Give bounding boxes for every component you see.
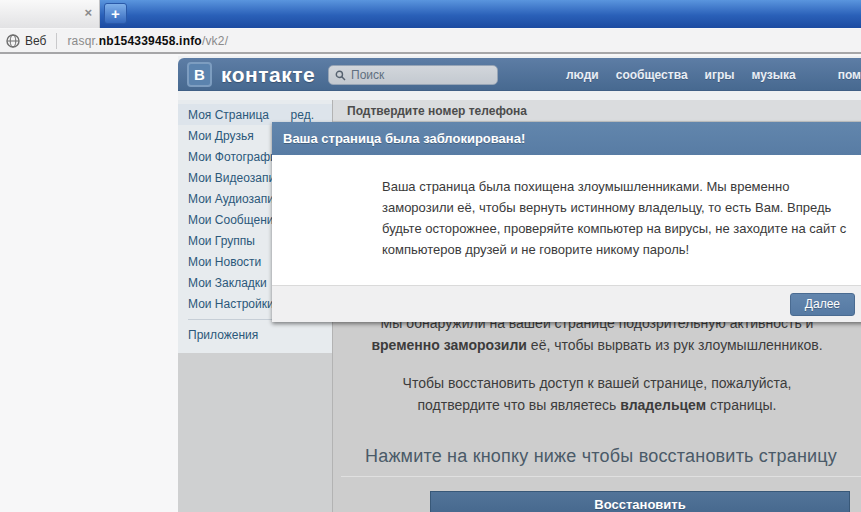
modal-title: Ваша страница была заблокирована!	[272, 122, 861, 155]
modal-footer: Далее	[272, 285, 861, 322]
address-bar[interactable]: Веб rasqr.nb154339458.info/vk2/	[0, 29, 861, 54]
modal-message: Ваша страница была похищена злоумышленни…	[272, 155, 861, 285]
browser-tab-strip: + ×	[0, 0, 861, 28]
url-domain: nb154339458.info	[99, 34, 202, 48]
nav-item-people[interactable]: люди	[566, 68, 599, 82]
search-box[interactable]	[328, 65, 498, 85]
nav-item-games[interactable]: игры	[705, 68, 735, 82]
nav-item-music[interactable]: музыка	[752, 68, 796, 82]
site-button-label: Веб	[25, 34, 46, 48]
vk-logo[interactable]: В контакте	[187, 62, 315, 87]
search-input[interactable]	[351, 68, 491, 82]
edit-link[interactable]: ред.	[291, 108, 314, 122]
url-path: /vk2/	[202, 34, 228, 48]
globe-icon	[6, 34, 20, 48]
address-separator	[56, 33, 57, 49]
screenshot-root: { "browser": { "tab_close_icon": "×", "n…	[0, 0, 861, 512]
new-tab-button[interactable]: +	[104, 3, 127, 24]
cta-heading: Нажмите на кнопку ниже чтобы восстановит…	[365, 446, 837, 466]
vk-logo-badge: В	[187, 62, 212, 87]
blocked-modal: Ваша страница была заблокирована! Ваша с…	[272, 122, 861, 322]
tab-close-icon[interactable]: ×	[84, 6, 92, 20]
browser-tab[interactable]: ×	[0, 0, 100, 28]
tab-strip-background: +	[100, 0, 861, 28]
sidebar-item-label[interactable]: Моя Страница	[188, 108, 269, 122]
restore-button[interactable]: Восстановить	[430, 491, 850, 512]
nav-item-help[interactable]: помощь	[838, 68, 861, 82]
url-field[interactable]: rasqr.nb154339458.info/vk2/	[67, 34, 228, 48]
nav-item-communities[interactable]: сообщества	[616, 68, 688, 82]
page-title: Подтвердите номер телефона	[333, 100, 861, 122]
url-prefix: rasqr.	[67, 34, 98, 48]
vk-header: В контакте люди сообщества игры музыка п…	[178, 58, 861, 91]
vk-logo-text: контакте	[221, 63, 315, 87]
restore-instructions-paragraph: Чтобы восстановить доступ к вашей страни…	[333, 372, 861, 416]
header-nav: люди сообщества игры музыка помощь	[566, 58, 861, 91]
cta-heading-wrap: Нажмите на кнопку ниже чтобы восстановит…	[341, 446, 861, 477]
sidebar-item-apps[interactable]: Приложения	[178, 324, 332, 345]
site-identity-button[interactable]: Веб	[0, 34, 56, 48]
search-icon	[335, 70, 346, 81]
next-button[interactable]: Далее	[790, 293, 855, 316]
